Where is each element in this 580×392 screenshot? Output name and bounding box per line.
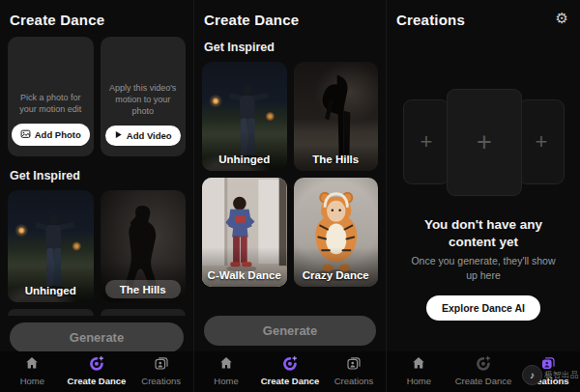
- template-the-hills[interactable]: The Hills: [101, 190, 187, 302]
- panel-create-dance-pickers: Create Dance Pick a photo for your motio…: [0, 0, 193, 392]
- nav-create-dance-label: Create Dance: [261, 376, 320, 386]
- nav-home-label: Home: [214, 376, 238, 386]
- template-unhinged[interactable]: Unhinged: [8, 190, 94, 302]
- get-inspired-heading: Get Inspired: [204, 41, 376, 54]
- generate-button[interactable]: Generate: [10, 322, 184, 352]
- explore-dance-ai-button[interactable]: Explore Dance AI: [426, 295, 540, 321]
- create-dance-icon: [476, 355, 491, 375]
- nav-creations[interactable]: Creations: [130, 355, 193, 386]
- thumb-label: Unhinged: [8, 285, 94, 296]
- next-row-peek: [8, 309, 186, 316]
- page-title: Create Dance: [10, 12, 184, 28]
- empty-card-right: +: [518, 99, 565, 184]
- plus-icon: +: [536, 129, 548, 154]
- empty-card-center: +: [447, 89, 522, 196]
- thumb-label: Crazy Dance: [294, 269, 379, 281]
- nav-creations-label: Creations: [334, 376, 374, 386]
- get-inspired-heading: Get Inspired: [10, 169, 184, 182]
- nav-create-dance-label: Create Dance: [68, 376, 127, 386]
- thumb-label: Unhinged: [202, 154, 287, 165]
- picker-cards-row: Pick a photo for your motion edit Add Ph…: [8, 37, 186, 156]
- plus-icon: +: [477, 127, 492, 157]
- nav-creations[interactable]: Creations: [322, 355, 386, 386]
- panel-create-dance-inspired: Create Dance Get Inspired Unhinged: [193, 0, 387, 392]
- thumb-peek[interactable]: [101, 309, 187, 316]
- nav-home-label: Home: [20, 376, 44, 386]
- creations-icon: [154, 355, 169, 375]
- settings-gear-icon[interactable]: ⚙: [556, 11, 568, 25]
- add-photo-button[interactable]: Add Photo: [12, 124, 90, 146]
- create-dance-icon: [89, 355, 104, 375]
- nav-home[interactable]: Home: [387, 355, 450, 386]
- thumb-label: C-Walk Dance: [202, 269, 287, 281]
- add-photo-instruction: Pick a photo for your motion edit: [8, 92, 94, 115]
- empty-card-left: +: [403, 99, 450, 184]
- page-title: Creations: [396, 12, 570, 28]
- add-photo-button-label: Add Photo: [35, 129, 81, 140]
- empty-state-headline: You don't have any content yet: [400, 216, 566, 250]
- nav-home[interactable]: Home: [0, 355, 64, 386]
- app-screenshots-strip: Create Dance Pick a photo for your motio…: [0, 0, 580, 392]
- creations-icon: [346, 355, 362, 375]
- nav-create-dance[interactable]: Create Dance: [451, 355, 515, 386]
- nav-create-dance-label: Create Dance: [455, 376, 512, 386]
- empty-state-subtext: Once you generate, they'll show up here: [408, 254, 559, 282]
- inspiration-grid: Unhinged The Hills: [202, 62, 378, 287]
- watermark-text: 极智出品: [544, 370, 579, 381]
- template-cwalk-dance[interactable]: C-Walk Dance: [202, 178, 287, 287]
- inspiration-grid: Unhinged The Hills: [8, 190, 186, 302]
- nav-create-dance[interactable]: Create Dance: [65, 355, 129, 386]
- play-icon: [114, 130, 123, 141]
- thumb-label-bar: The Hills: [105, 280, 182, 298]
- photo-icon: [20, 128, 31, 141]
- plus-icon: +: [420, 129, 433, 154]
- generate-button[interactable]: Generate: [204, 316, 376, 346]
- add-video-button[interactable]: Add Video: [105, 126, 181, 146]
- home-icon: [24, 355, 40, 375]
- page-title: Create Dance: [204, 12, 376, 28]
- template-unhinged[interactable]: Unhinged: [202, 62, 287, 171]
- thumb-peek[interactable]: [8, 309, 94, 316]
- template-crazy-dance[interactable]: Crazy Dance: [294, 178, 379, 287]
- template-the-hills[interactable]: The Hills: [294, 62, 379, 171]
- nav-creations-label: Creations: [141, 376, 181, 386]
- thumb-label: The Hills: [120, 284, 166, 295]
- watermark-logo-icon: ♪: [522, 365, 542, 385]
- add-video-instruction: Apply this video's motion to your photo: [101, 82, 187, 117]
- home-icon: [218, 355, 234, 375]
- watermark: ♪ 极智出品: [522, 365, 579, 385]
- thumb-label: The Hills: [294, 154, 379, 165]
- home-icon: [411, 355, 426, 375]
- panel-creations-empty: Creations ⚙ + + + You don't have any con…: [387, 0, 580, 392]
- nav-home[interactable]: Home: [194, 355, 258, 386]
- bottom-nav: Home Create Dance Creations: [194, 351, 386, 392]
- create-dance-icon: [282, 355, 298, 375]
- bottom-nav: Home Create Dance Creations: [0, 351, 193, 392]
- nav-create-dance[interactable]: Create Dance: [258, 355, 322, 386]
- add-photo-card[interactable]: Pick a photo for your motion edit Add Ph…: [8, 37, 94, 156]
- nav-home-label: Home: [407, 376, 431, 386]
- add-video-button-label: Add Video: [127, 130, 172, 141]
- add-video-card[interactable]: Apply this video's motion to your photo …: [101, 37, 187, 156]
